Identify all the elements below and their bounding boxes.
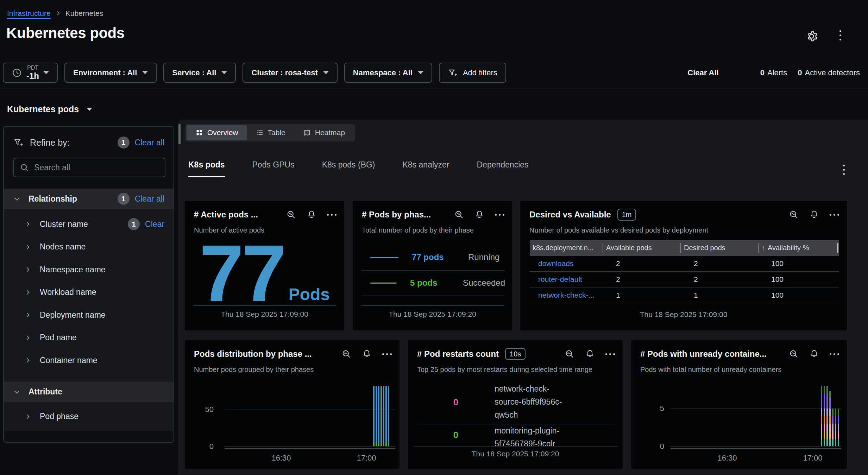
filter-pill-environment[interactable]: Environment : All <box>64 63 157 83</box>
sidebar-item-label: Nodes name <box>40 242 86 252</box>
sidebar-item-pod-name[interactable]: Pod name <box>4 327 174 349</box>
sidebar-item-label: Workload name <box>40 287 96 297</box>
sidebar-item-label: Pod phase <box>40 412 78 421</box>
legend-label: Running <box>468 252 499 262</box>
sidebar-dashboard-selector[interactable]: Kubernetes pods <box>7 104 92 114</box>
breadcrumb-infrastructure-link[interactable]: Infrastructure <box>7 9 51 18</box>
chevron-right-icon <box>24 266 31 273</box>
ellipsis-icon[interactable] <box>830 349 839 359</box>
bell-icon[interactable] <box>307 210 316 220</box>
add-filters-label: Add filters <box>463 68 497 77</box>
bell-icon[interactable] <box>809 349 819 359</box>
tabs-kebab-menu-icon[interactable] <box>843 165 845 175</box>
ellipsis-icon[interactable] <box>382 349 392 359</box>
deployment-link[interactable]: downloads <box>530 259 603 268</box>
bell-icon[interactable] <box>474 210 484 220</box>
desired-pods-cell: 1 <box>680 291 758 299</box>
sidebar-item-nodes-name[interactable]: Nodes name <box>4 236 174 259</box>
view-toggle-heatmap[interactable]: Heatmap <box>295 125 353 140</box>
page-kebab-menu-icon[interactable] <box>839 30 841 40</box>
detectors-count-value: 0 <box>798 68 802 77</box>
active-pods-value: 77 Pods <box>185 238 344 305</box>
legend-label: Succeeded <box>463 278 505 288</box>
y-tick-label: 5 <box>648 404 664 413</box>
sidebar-item-cluster-name[interactable]: Cluster name 1 Clear <box>4 213 174 236</box>
col-header-deployment-name[interactable]: k8s.deployment.n... <box>530 244 603 252</box>
legend-separator <box>361 270 505 271</box>
table-row: downloads 2 2 100 <box>530 256 839 272</box>
chevron-right-icon <box>24 221 31 228</box>
bell-icon[interactable] <box>585 349 595 359</box>
ellipsis-icon[interactable] <box>605 349 615 359</box>
tab-k8s-pods-bg[interactable]: K8s pods (BG) <box>322 160 375 177</box>
filter-pill-cluster[interactable]: Cluster : rosa-test <box>243 63 337 83</box>
pod-name-line: 5f7456789f-9cqlr <box>495 439 555 446</box>
col-header-available-pods[interactable]: Available pods <box>603 243 680 253</box>
active-detectors-count[interactable]: 0Active detectors <box>798 68 860 77</box>
sidebar-item-container-name[interactable]: Container name <box>4 349 174 372</box>
pod-name-line: network-check- <box>495 384 549 393</box>
view-toggle-table[interactable]: Table <box>247 125 294 140</box>
x-axis-line <box>225 448 395 449</box>
restart-row[interactable]: 0 monitoring-plugin- 5f7456789f-9cqlr <box>417 424 616 446</box>
clear-all-filters-button[interactable]: Clear All <box>687 68 718 77</box>
bell-icon[interactable] <box>362 349 372 359</box>
settings-gear-icon[interactable] <box>805 30 818 43</box>
deployment-link[interactable]: router-default <box>530 275 603 284</box>
restart-row[interactable]: 0 network-check- source-6bff9f956c- qw5c… <box>417 382 616 423</box>
filter-pill-service[interactable]: Service : All <box>163 63 236 83</box>
ellipsis-icon[interactable] <box>830 210 839 220</box>
add-filters-button[interactable]: Add filters <box>439 63 506 83</box>
chart-explorer-icon[interactable] <box>341 349 351 359</box>
cluster-clear-button[interactable]: Clear <box>145 220 164 229</box>
ellipsis-icon[interactable] <box>495 210 504 220</box>
filter-bar-right: Clear All 0Alerts 0Active detectors <box>687 63 860 83</box>
col-header-availability[interactable]: ↑ Availability % <box>758 243 839 253</box>
refresh-interval-badge: 1m <box>617 209 636 221</box>
legend-row-succeeded[interactable]: 5 pods Succeeded <box>362 272 505 294</box>
available-pods-cell: 2 <box>603 259 680 268</box>
chart-explorer-icon[interactable] <box>789 210 799 220</box>
ellipsis-icon[interactable] <box>327 210 336 220</box>
filter-plus-icon <box>13 137 24 148</box>
tab-k8s-pods[interactable]: K8s pods <box>188 160 225 177</box>
chart-explorer-icon[interactable] <box>565 349 574 359</box>
tab-k8s-analyzer[interactable]: K8s analyzer <box>403 160 449 177</box>
refine-clear-all-button[interactable]: Clear all <box>135 138 164 147</box>
stacked-bars[interactable] <box>373 383 393 446</box>
view-toggle-overview[interactable]: Overview <box>187 125 247 140</box>
chart-explorer-icon[interactable] <box>454 210 464 220</box>
search-icon <box>20 163 29 172</box>
sidebar-item-namespace-name[interactable]: Namespace name <box>4 258 174 281</box>
scrollbar-thumb[interactable] <box>178 124 181 144</box>
sidebar-section-attribute[interactable]: Attribute <box>4 382 174 402</box>
relationship-clear-all-button[interactable]: Clear all <box>135 194 164 204</box>
availability-cell: 100 <box>758 291 839 299</box>
table-scrollbar-thumb[interactable] <box>837 243 838 253</box>
tab-pods-gpus[interactable]: Pods GPUs <box>252 160 295 177</box>
alerts-count[interactable]: 0Alerts <box>760 68 787 77</box>
legend-row-running[interactable]: 77 pods Running <box>362 246 505 268</box>
sort-ascending-icon: ↑ <box>761 244 765 252</box>
search-input[interactable] <box>34 163 159 172</box>
chart-explorer-icon[interactable] <box>286 210 296 220</box>
chevron-right-icon <box>24 413 31 420</box>
sidebar-section-relationship[interactable]: Relationship 1 Clear all <box>4 189 174 209</box>
card-subtitle: Number pods grouped by their phases <box>194 366 314 374</box>
col-header-label: Availability % <box>768 244 809 252</box>
deployment-link[interactable]: network-check-... <box>530 291 603 299</box>
sidebar-item-workload-name[interactable]: Workload name <box>4 281 174 304</box>
sidebar-item-deployment-name[interactable]: Deployment name <box>4 304 174 327</box>
col-header-desired-pods[interactable]: Desired pods <box>680 243 758 253</box>
filter-pill-label: Environment : All <box>73 68 137 77</box>
card-pods-unready: # Pods with unready containe... Pods wit… <box>631 340 847 469</box>
tab-dependencies[interactable]: Dependencies <box>477 160 529 177</box>
filter-pill-namespace[interactable]: Namespace : All <box>344 63 432 83</box>
caret-down-icon <box>43 71 49 74</box>
chart-explorer-icon[interactable] <box>789 349 799 359</box>
stacked-bars[interactable] <box>821 381 842 446</box>
x-tick-label: 17:00 <box>803 454 822 463</box>
time-range-picker[interactable]: PDT -1h <box>3 63 58 83</box>
sidebar-item-pod-phase[interactable]: Pod phase <box>4 405 174 428</box>
bell-icon[interactable] <box>809 210 819 220</box>
